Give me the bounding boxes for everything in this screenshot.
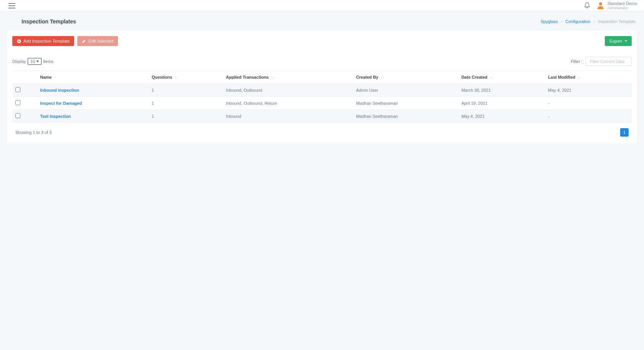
col-last-modified[interactable]: Last Modified ↑↓ [545,71,632,84]
filter-section: Filter : [571,57,632,66]
user-name: Standard Demo [607,1,637,6]
table-row: Inbound inspection 1 Inbound, Outbound A… [12,84,632,97]
breadcrumb-sep: › [594,19,595,24]
sort-icon: ↑ [54,76,56,79]
top-bar: Standard Demo Administrator [0,0,644,12]
cell-questions: 1 [149,110,223,123]
col-created-by[interactable]: Created By ↑↓ [353,71,458,84]
cell-questions: 1 [149,84,223,97]
page-title: Inspection Templates [22,18,76,25]
cell-date-created: March 30, 2021 [458,84,545,97]
breadcrumb: Spyglass › Configuration › Inspection Te… [541,19,636,24]
export-label: Export [609,39,622,43]
edit-label: Edit Selected [88,39,113,43]
add-inspection-button[interactable]: Add Inspection Template [12,36,74,46]
toolbar: Add Inspection Template Edit Selected Ex… [12,36,632,46]
cell-created-by: Admin User [353,84,458,97]
filter-input[interactable] [586,57,632,66]
cell-last-modified: - [545,110,632,123]
breadcrumb-root[interactable]: Spyglass [541,19,558,24]
breadcrumb-current: Inspection Template [598,19,636,24]
showing-text: Showing 1 to 3 of 3 [15,130,51,135]
col-name[interactable]: Name ↑ [37,71,149,84]
table-row: Test Inspection 1 Inbound Madhan Seethar… [12,110,632,123]
display-section: Display 10 items [12,58,53,65]
row-checkbox[interactable] [15,100,20,105]
display-post: items [43,59,53,64]
sort-icon: ↑↓ [175,76,178,79]
pagination: 1 [620,128,629,137]
bell-icon[interactable] [584,2,590,8]
display-pre: Display [12,59,26,64]
cell-applied: Inbound [223,110,353,123]
breadcrumb-config[interactable]: Configuration [565,19,590,24]
sort-icon: ↑↓ [381,76,384,79]
col-questions[interactable]: Questions ↑↓ [149,71,223,84]
hamburger-icon[interactable] [8,3,15,8]
main-card: Add Inspection Template Edit Selected Ex… [7,31,637,144]
cell-created-by: Madhan Seetharaman [353,110,458,123]
template-name-link[interactable]: Inbound inspection [40,88,79,92]
cell-questions: 1 [149,97,223,110]
sort-icon: ↑↓ [578,76,581,79]
sort-icon: ↑↓ [271,76,274,79]
breadcrumb-sep: › [561,19,563,24]
cell-date-created: May 4, 2021 [458,110,545,123]
display-select[interactable]: 10 [28,58,41,65]
cell-applied: Inbound, Outbound [223,84,353,97]
filter-row: Display 10 items Filter : [12,57,632,66]
table-row: Inspect for Damaged 1 Inbound, Outbound,… [12,97,632,110]
cell-applied: Inbound, Outbound, Return [223,97,353,110]
user-role: Administrator [607,6,637,10]
user-icon [597,2,604,9]
caret-down-icon [37,61,39,62]
filter-label: Filter : [571,59,583,64]
col-date-created[interactable]: Date Created ↑↓ [458,71,545,84]
sort-icon: ↑↓ [490,76,493,79]
cell-created-by: Madhan Seetharaman [353,97,458,110]
table-footer: Showing 1 to 3 of 3 1 [12,123,632,138]
page-header: Inspection Templates Spyglass › Configur… [0,12,644,31]
caret-down-icon [625,40,627,42]
cell-last-modified: May 4, 2021 [545,84,632,97]
display-value: 10 [30,59,35,64]
row-checkbox[interactable] [15,87,20,92]
user-text: Standard Demo Administrator [607,1,637,10]
page-button[interactable]: 1 [620,128,629,137]
cell-last-modified: - [545,97,632,110]
edit-icon [82,39,86,43]
template-name-link[interactable]: Test Inspection [40,114,71,119]
add-label: Add Inspection Template [23,39,70,43]
top-right: Standard Demo Administrator [584,1,637,10]
row-checkbox[interactable] [15,113,20,118]
col-applied[interactable]: Applied Transactions ↑↓ [223,71,353,84]
col-select [12,71,37,84]
cell-date-created: April 19, 2021 [458,97,545,110]
template-name-link[interactable]: Inspect for Damaged [40,101,82,106]
templates-table: Name ↑ Questions ↑↓ Applied Transactions… [12,71,632,123]
plus-circle-icon [17,39,21,43]
edit-selected-button[interactable]: Edit Selected [77,36,118,46]
left-buttons: Add Inspection Template Edit Selected [12,36,118,46]
user-menu[interactable]: Standard Demo Administrator [597,1,637,10]
svg-point-0 [599,2,602,5]
export-button[interactable]: Export [605,36,632,46]
